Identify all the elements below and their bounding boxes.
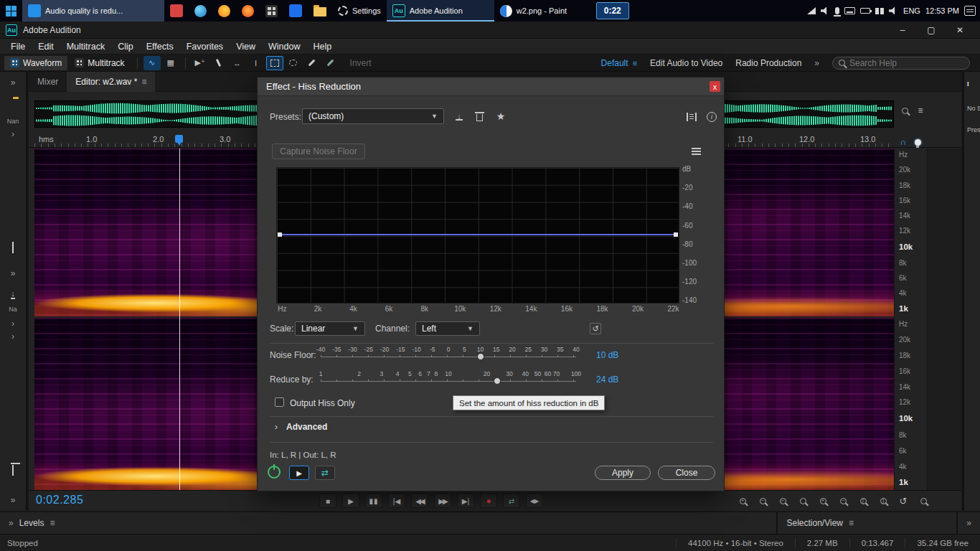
zoom-reset-icon[interactable]: · xyxy=(917,494,930,507)
selection-view-menu-icon[interactable]: ≡ xyxy=(849,518,854,528)
workspace-edit-audio-to-video[interactable]: Edit Audio to Video xyxy=(650,58,722,68)
delete-preset-icon[interactable] xyxy=(473,111,486,124)
advanced-chevron-icon[interactable]: › xyxy=(275,422,278,432)
workspace-selector[interactable]: Default xyxy=(601,58,628,68)
taskbar-media[interactable] xyxy=(283,0,308,22)
history-chevron-icon[interactable]: › xyxy=(0,331,26,342)
menu-effects[interactable]: Effects xyxy=(140,39,180,55)
export-icon[interactable]: ↓ xyxy=(0,288,26,298)
zoom-overview-icon[interactable] xyxy=(898,105,911,116)
clock[interactable]: 12:53 PM xyxy=(925,6,959,15)
language-indicator[interactable]: ENG xyxy=(903,6,920,15)
stop-button[interactable]: ■ xyxy=(319,494,336,508)
editor-tab-menu-icon[interactable]: ≡ xyxy=(141,77,146,87)
notification-center-icon[interactable] xyxy=(964,6,976,16)
media-browser-icon[interactable] xyxy=(0,242,26,253)
menu-clip[interactable]: Clip xyxy=(111,39,140,55)
search-box[interactable] xyxy=(832,57,970,70)
close-button[interactable]: ✕ xyxy=(946,22,974,39)
lasso-selection-tool-icon[interactable] xyxy=(285,56,302,70)
time-selection-tool-icon[interactable]: I xyxy=(248,56,265,70)
effect-rack-icon[interactable] xyxy=(685,110,698,123)
minimize-button[interactable]: – xyxy=(888,22,917,39)
taskbar-calculator[interactable] xyxy=(260,0,283,22)
apply-button[interactable]: Apply xyxy=(595,466,651,480)
tab-editor[interactable]: Editor: w2.wav * ≡ xyxy=(67,72,155,92)
keyboard-icon[interactable] xyxy=(844,7,855,14)
zoom-left-edge-icon[interactable]: [ xyxy=(857,494,870,507)
close-dialog-button[interactable]: Close xyxy=(658,466,715,480)
zoom-selection-icon[interactable]: ⌐ xyxy=(776,494,789,507)
taskbar-explorer[interactable] xyxy=(308,0,332,22)
menu-favorites[interactable]: Favorites xyxy=(180,39,230,55)
speaker-icon[interactable] xyxy=(889,6,898,15)
multitrack-view-button[interactable]: Multitrack xyxy=(69,56,130,70)
menu-file[interactable]: File xyxy=(4,39,32,55)
fast-forward-button[interactable]: ▶▶ xyxy=(434,494,451,508)
start-button[interactable] xyxy=(0,0,22,22)
advanced-section-toggle[interactable]: Advanced xyxy=(286,422,327,432)
clipboard-icon[interactable] xyxy=(0,465,26,475)
info-icon[interactable]: i xyxy=(705,110,718,123)
expand-bottom-panel-icon[interactable]: » xyxy=(0,495,26,505)
preview-play-button[interactable]: ▶ xyxy=(289,466,309,480)
effect-power-toggle[interactable] xyxy=(268,466,281,479)
taskbar-browser[interactable] xyxy=(236,0,260,22)
volume-icon[interactable] xyxy=(821,6,830,15)
skip-to-start-button[interactable]: |◀ xyxy=(388,494,405,508)
play-button[interactable]: ▶ xyxy=(342,494,359,508)
corner-expand-icon[interactable]: » xyxy=(966,518,971,528)
expand-files-panel-icon[interactable]: » xyxy=(0,77,26,88)
menu-view[interactable]: View xyxy=(230,39,262,55)
skim-button[interactable]: ◀▶ xyxy=(526,494,543,508)
output-hiss-only-checkbox[interactable] xyxy=(275,397,284,407)
overview-menu-icon[interactable]: ≡ xyxy=(914,105,927,116)
levels-menu-icon[interactable]: ≡ xyxy=(50,518,55,528)
dialog-title-bar[interactable]: Effect - Hiss Reduction x xyxy=(258,77,724,96)
zoom-in-time-icon[interactable]: + xyxy=(736,494,749,507)
taskbar-settings[interactable]: Settings xyxy=(332,0,387,22)
maximize-button[interactable]: ▢ xyxy=(917,22,946,39)
taskbar-notification[interactable]: Audio quality is redu... xyxy=(22,0,164,22)
workspace-menu-icon[interactable]: ≡ xyxy=(633,59,637,67)
hint-bulb-icon[interactable] xyxy=(911,136,924,148)
reduce-by-handle[interactable] xyxy=(494,377,501,385)
noise-floor-curve[interactable] xyxy=(279,234,677,235)
selection-view-panel-header[interactable]: Selection/View ≡ xyxy=(778,512,956,534)
markers-chevron-icon[interactable]: › xyxy=(0,319,26,329)
dialog-close-icon[interactable]: x xyxy=(710,81,720,92)
favorite-star-icon[interactable]: ★ xyxy=(494,110,507,123)
usb-icon[interactable] xyxy=(875,8,884,14)
move-tool-icon[interactable]: ▶⁺ xyxy=(192,56,209,70)
graph-options-icon[interactable] xyxy=(689,145,702,158)
waveform-view-button[interactable]: Waveform xyxy=(4,56,67,70)
loop-playback-button[interactable]: ⇄ xyxy=(503,494,520,508)
menu-help[interactable]: Help xyxy=(306,39,338,55)
taskbar-app-red[interactable] xyxy=(164,0,189,22)
workspace-overflow-icon[interactable]: » xyxy=(814,58,819,68)
menu-window[interactable]: Window xyxy=(262,39,306,55)
reduce-by-slider[interactable]: 1234567810203040506070100 xyxy=(321,370,576,392)
save-preset-icon[interactable]: ↓ xyxy=(453,110,466,123)
vertical-zoom-strip[interactable] xyxy=(927,149,961,490)
noise-floor-slider[interactable]: -40-35-30-25-20-15-10-50510152025303540 xyxy=(321,346,576,367)
network-icon[interactable] xyxy=(807,7,816,14)
tab-mixer[interactable]: Mixer xyxy=(29,72,67,92)
files-chevron-icon[interactable]: › xyxy=(0,129,26,139)
playhead-marker[interactable] xyxy=(175,135,183,143)
pause-button[interactable]: ▮▮ xyxy=(365,494,382,508)
menu-edit[interactable]: Edit xyxy=(32,39,60,55)
taskbar-firefox[interactable] xyxy=(212,0,236,22)
monitor-headphones-icon[interactable]: ∩ xyxy=(897,136,910,148)
expand-media-panel-icon[interactable]: » xyxy=(0,268,26,278)
levels-panel-header[interactable]: » Levels ≡ xyxy=(0,512,776,534)
preview-loop-button[interactable]: ⇄ xyxy=(315,466,335,480)
paintbrush-tool-icon[interactable] xyxy=(303,56,321,70)
taskbar-audition[interactable]: Au Adobe Audition xyxy=(387,0,494,22)
zoom-out-amplitude-icon[interactable]: − xyxy=(837,494,849,507)
channel-dropdown[interactable]: Left▼ xyxy=(415,321,480,336)
razor-tool-icon[interactable] xyxy=(210,56,227,70)
spectral-display-icon[interactable]: ▦ xyxy=(162,56,179,70)
record-button[interactable]: ● xyxy=(480,494,497,508)
noise-floor-handle[interactable] xyxy=(477,353,484,360)
